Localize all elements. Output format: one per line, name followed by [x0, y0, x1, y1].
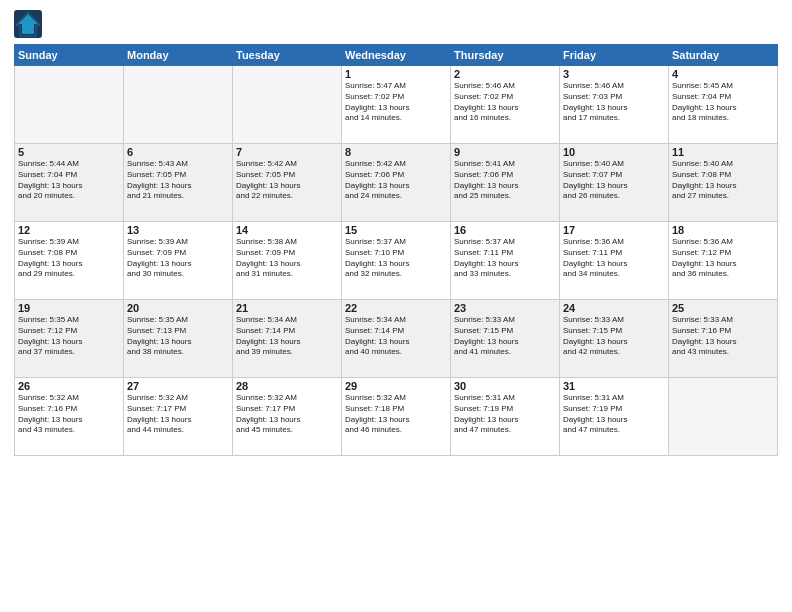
day-number: 21 — [236, 302, 338, 314]
day-info: Sunrise: 5:31 AM Sunset: 7:19 PM Dayligh… — [454, 393, 556, 436]
day-number: 30 — [454, 380, 556, 392]
weekday-header: Friday — [560, 45, 669, 66]
calendar-week-row: 19Sunrise: 5:35 AM Sunset: 7:12 PM Dayli… — [15, 300, 778, 378]
day-info: Sunrise: 5:45 AM Sunset: 7:04 PM Dayligh… — [672, 81, 774, 124]
logo-icon — [14, 10, 42, 38]
day-number: 16 — [454, 224, 556, 236]
day-number: 1 — [345, 68, 447, 80]
day-info: Sunrise: 5:38 AM Sunset: 7:09 PM Dayligh… — [236, 237, 338, 280]
weekday-header-row: SundayMondayTuesdayWednesdayThursdayFrid… — [15, 45, 778, 66]
calendar-cell: 17Sunrise: 5:36 AM Sunset: 7:11 PM Dayli… — [560, 222, 669, 300]
day-number: 12 — [18, 224, 120, 236]
calendar-cell: 19Sunrise: 5:35 AM Sunset: 7:12 PM Dayli… — [15, 300, 124, 378]
calendar-cell: 22Sunrise: 5:34 AM Sunset: 7:14 PM Dayli… — [342, 300, 451, 378]
calendar-cell: 28Sunrise: 5:32 AM Sunset: 7:17 PM Dayli… — [233, 378, 342, 456]
calendar-cell: 26Sunrise: 5:32 AM Sunset: 7:16 PM Dayli… — [15, 378, 124, 456]
day-info: Sunrise: 5:40 AM Sunset: 7:08 PM Dayligh… — [672, 159, 774, 202]
day-number: 23 — [454, 302, 556, 314]
calendar-cell: 2Sunrise: 5:46 AM Sunset: 7:02 PM Daylig… — [451, 66, 560, 144]
calendar-cell: 18Sunrise: 5:36 AM Sunset: 7:12 PM Dayli… — [669, 222, 778, 300]
calendar-cell: 30Sunrise: 5:31 AM Sunset: 7:19 PM Dayli… — [451, 378, 560, 456]
day-number: 9 — [454, 146, 556, 158]
day-info: Sunrise: 5:35 AM Sunset: 7:13 PM Dayligh… — [127, 315, 229, 358]
day-info: Sunrise: 5:47 AM Sunset: 7:02 PM Dayligh… — [345, 81, 447, 124]
calendar-cell — [124, 66, 233, 144]
day-info: Sunrise: 5:35 AM Sunset: 7:12 PM Dayligh… — [18, 315, 120, 358]
calendar-cell: 21Sunrise: 5:34 AM Sunset: 7:14 PM Dayli… — [233, 300, 342, 378]
day-info: Sunrise: 5:32 AM Sunset: 7:18 PM Dayligh… — [345, 393, 447, 436]
day-info: Sunrise: 5:32 AM Sunset: 7:16 PM Dayligh… — [18, 393, 120, 436]
weekday-header: Thursday — [451, 45, 560, 66]
weekday-header: Tuesday — [233, 45, 342, 66]
header — [14, 10, 778, 38]
calendar-cell: 1Sunrise: 5:47 AM Sunset: 7:02 PM Daylig… — [342, 66, 451, 144]
day-number: 18 — [672, 224, 774, 236]
day-number: 22 — [345, 302, 447, 314]
day-info: Sunrise: 5:46 AM Sunset: 7:02 PM Dayligh… — [454, 81, 556, 124]
calendar-table: SundayMondayTuesdayWednesdayThursdayFrid… — [14, 44, 778, 456]
day-number: 14 — [236, 224, 338, 236]
day-info: Sunrise: 5:33 AM Sunset: 7:16 PM Dayligh… — [672, 315, 774, 358]
calendar-cell — [233, 66, 342, 144]
day-info: Sunrise: 5:37 AM Sunset: 7:10 PM Dayligh… — [345, 237, 447, 280]
day-info: Sunrise: 5:33 AM Sunset: 7:15 PM Dayligh… — [454, 315, 556, 358]
day-info: Sunrise: 5:39 AM Sunset: 7:09 PM Dayligh… — [127, 237, 229, 280]
day-info: Sunrise: 5:42 AM Sunset: 7:06 PM Dayligh… — [345, 159, 447, 202]
page: SundayMondayTuesdayWednesdayThursdayFrid… — [0, 0, 792, 612]
calendar-cell: 31Sunrise: 5:31 AM Sunset: 7:19 PM Dayli… — [560, 378, 669, 456]
day-info: Sunrise: 5:46 AM Sunset: 7:03 PM Dayligh… — [563, 81, 665, 124]
day-info: Sunrise: 5:32 AM Sunset: 7:17 PM Dayligh… — [127, 393, 229, 436]
day-info: Sunrise: 5:34 AM Sunset: 7:14 PM Dayligh… — [345, 315, 447, 358]
day-number: 3 — [563, 68, 665, 80]
weekday-header: Saturday — [669, 45, 778, 66]
calendar-cell: 5Sunrise: 5:44 AM Sunset: 7:04 PM Daylig… — [15, 144, 124, 222]
day-number: 29 — [345, 380, 447, 392]
day-info: Sunrise: 5:44 AM Sunset: 7:04 PM Dayligh… — [18, 159, 120, 202]
calendar-cell: 23Sunrise: 5:33 AM Sunset: 7:15 PM Dayli… — [451, 300, 560, 378]
day-number: 17 — [563, 224, 665, 236]
day-info: Sunrise: 5:36 AM Sunset: 7:12 PM Dayligh… — [672, 237, 774, 280]
day-number: 20 — [127, 302, 229, 314]
calendar-cell: 29Sunrise: 5:32 AM Sunset: 7:18 PM Dayli… — [342, 378, 451, 456]
calendar-cell: 9Sunrise: 5:41 AM Sunset: 7:06 PM Daylig… — [451, 144, 560, 222]
day-info: Sunrise: 5:36 AM Sunset: 7:11 PM Dayligh… — [563, 237, 665, 280]
day-info: Sunrise: 5:42 AM Sunset: 7:05 PM Dayligh… — [236, 159, 338, 202]
calendar-cell: 25Sunrise: 5:33 AM Sunset: 7:16 PM Dayli… — [669, 300, 778, 378]
calendar-cell: 16Sunrise: 5:37 AM Sunset: 7:11 PM Dayli… — [451, 222, 560, 300]
calendar-week-row: 1Sunrise: 5:47 AM Sunset: 7:02 PM Daylig… — [15, 66, 778, 144]
day-info: Sunrise: 5:32 AM Sunset: 7:17 PM Dayligh… — [236, 393, 338, 436]
day-number: 31 — [563, 380, 665, 392]
day-info: Sunrise: 5:39 AM Sunset: 7:08 PM Dayligh… — [18, 237, 120, 280]
day-number: 27 — [127, 380, 229, 392]
calendar-cell: 4Sunrise: 5:45 AM Sunset: 7:04 PM Daylig… — [669, 66, 778, 144]
calendar-week-row: 26Sunrise: 5:32 AM Sunset: 7:16 PM Dayli… — [15, 378, 778, 456]
day-number: 26 — [18, 380, 120, 392]
day-number: 8 — [345, 146, 447, 158]
calendar-week-row: 12Sunrise: 5:39 AM Sunset: 7:08 PM Dayli… — [15, 222, 778, 300]
day-info: Sunrise: 5:33 AM Sunset: 7:15 PM Dayligh… — [563, 315, 665, 358]
day-number: 15 — [345, 224, 447, 236]
logo — [14, 10, 44, 38]
calendar-cell: 13Sunrise: 5:39 AM Sunset: 7:09 PM Dayli… — [124, 222, 233, 300]
day-number: 24 — [563, 302, 665, 314]
day-info: Sunrise: 5:43 AM Sunset: 7:05 PM Dayligh… — [127, 159, 229, 202]
calendar-week-row: 5Sunrise: 5:44 AM Sunset: 7:04 PM Daylig… — [15, 144, 778, 222]
day-number: 7 — [236, 146, 338, 158]
day-number: 25 — [672, 302, 774, 314]
calendar-cell: 8Sunrise: 5:42 AM Sunset: 7:06 PM Daylig… — [342, 144, 451, 222]
calendar-cell: 7Sunrise: 5:42 AM Sunset: 7:05 PM Daylig… — [233, 144, 342, 222]
weekday-header: Monday — [124, 45, 233, 66]
calendar-cell: 6Sunrise: 5:43 AM Sunset: 7:05 PM Daylig… — [124, 144, 233, 222]
day-number: 5 — [18, 146, 120, 158]
calendar-cell: 20Sunrise: 5:35 AM Sunset: 7:13 PM Dayli… — [124, 300, 233, 378]
calendar-cell: 24Sunrise: 5:33 AM Sunset: 7:15 PM Dayli… — [560, 300, 669, 378]
day-number: 10 — [563, 146, 665, 158]
day-info: Sunrise: 5:34 AM Sunset: 7:14 PM Dayligh… — [236, 315, 338, 358]
calendar-cell: 11Sunrise: 5:40 AM Sunset: 7:08 PM Dayli… — [669, 144, 778, 222]
calendar-cell — [669, 378, 778, 456]
calendar-cell: 14Sunrise: 5:38 AM Sunset: 7:09 PM Dayli… — [233, 222, 342, 300]
day-number: 4 — [672, 68, 774, 80]
day-number: 6 — [127, 146, 229, 158]
day-info: Sunrise: 5:31 AM Sunset: 7:19 PM Dayligh… — [563, 393, 665, 436]
day-info: Sunrise: 5:41 AM Sunset: 7:06 PM Dayligh… — [454, 159, 556, 202]
